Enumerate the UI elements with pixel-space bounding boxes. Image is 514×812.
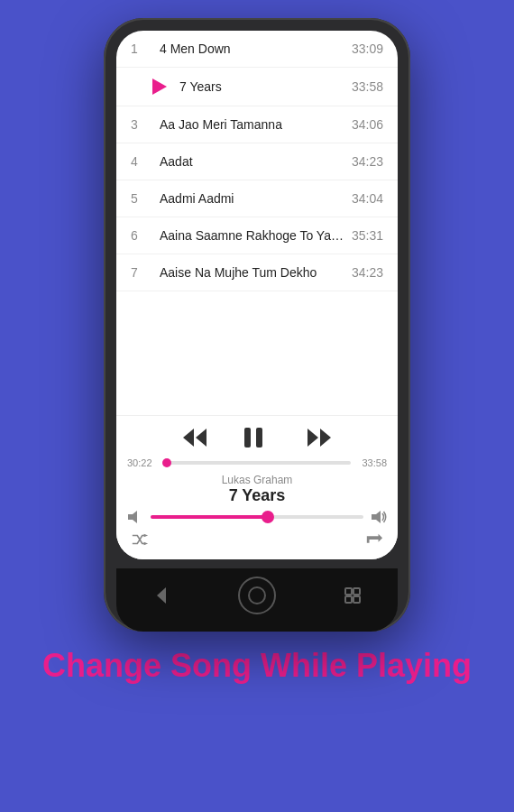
song-row[interactable]: 6Aaina Saamne Rakhoge To Yaad...35:31 bbox=[116, 217, 398, 254]
song-row[interactable]: 7Aaise Na Mujhe Tum Dekho34:23 bbox=[116, 254, 398, 291]
song-number: 3 bbox=[131, 117, 152, 132]
song-duration: 34:23 bbox=[352, 265, 383, 280]
volume-high-icon bbox=[371, 509, 387, 525]
screen-content: 14 Men Down33:097 Years33:583Aa Jao Meri… bbox=[116, 31, 398, 559]
song-title: Aaise Na Mujhe Tum Dekho bbox=[160, 265, 344, 280]
volume-fill bbox=[151, 515, 268, 519]
svg-rect-11 bbox=[345, 596, 352, 603]
pause-icon bbox=[244, 425, 270, 450]
home-nav-button[interactable] bbox=[238, 577, 276, 614]
player-controls: 30:22 33:58 Lukas Graham 7 Years bbox=[116, 415, 398, 559]
song-title: 4 Men Down bbox=[160, 42, 344, 56]
total-time: 33:58 bbox=[358, 457, 387, 468]
svg-rect-10 bbox=[353, 588, 360, 595]
now-playing-song: 7 Years bbox=[116, 486, 398, 505]
svg-marker-3 bbox=[320, 429, 331, 447]
svg-rect-9 bbox=[345, 588, 352, 595]
pause-button[interactable] bbox=[244, 425, 270, 450]
home-nav-inner bbox=[248, 586, 266, 604]
pause-bar-left bbox=[244, 428, 251, 448]
song-title: 7 Years bbox=[179, 79, 344, 94]
phone-screen: 14 Men Down33:097 Years33:583Aa Jao Meri… bbox=[116, 31, 398, 559]
pause-bar-right bbox=[256, 428, 262, 448]
song-title: Aadat bbox=[160, 154, 344, 169]
now-playing-artist: Lukas Graham bbox=[116, 474, 398, 486]
phone-frame: 14 Men Down33:097 Years33:583Aa Jao Meri… bbox=[104, 18, 410, 632]
song-number: 4 bbox=[131, 154, 152, 169]
volume-area bbox=[116, 509, 398, 525]
forward-button[interactable] bbox=[306, 427, 333, 448]
svg-marker-0 bbox=[183, 429, 194, 447]
song-number: 6 bbox=[131, 228, 152, 243]
song-title: Aaina Saamne Rakhoge To Yaad... bbox=[160, 228, 344, 243]
song-number: 1 bbox=[131, 42, 152, 56]
song-row[interactable]: 5Aadmi Aadmi34:04 bbox=[116, 180, 398, 217]
svg-marker-4 bbox=[128, 511, 137, 523]
current-time: 30:22 bbox=[127, 457, 156, 468]
svg-rect-12 bbox=[353, 596, 360, 603]
song-duration: 34:06 bbox=[352, 117, 383, 132]
svg-marker-8 bbox=[157, 587, 166, 604]
song-duration: 34:04 bbox=[352, 191, 383, 206]
bottom-label-text: Change Song While Playing bbox=[42, 646, 472, 685]
song-number: 7 bbox=[131, 265, 152, 280]
song-duration: 33:58 bbox=[352, 79, 383, 94]
svg-marker-1 bbox=[196, 429, 207, 447]
song-list: 14 Men Down33:097 Years33:583Aa Jao Meri… bbox=[116, 31, 398, 415]
extra-controls bbox=[116, 529, 398, 556]
progress-thumb bbox=[162, 458, 171, 467]
control-buttons bbox=[116, 425, 398, 450]
svg-marker-6 bbox=[144, 534, 149, 538]
bottom-label: Change Song While Playing bbox=[15, 646, 499, 685]
rewind-button[interactable] bbox=[181, 427, 208, 448]
song-info: Lukas Graham 7 Years bbox=[116, 472, 398, 509]
recent-nav-button[interactable] bbox=[340, 583, 365, 608]
volume-thumb bbox=[262, 511, 274, 523]
nav-bar bbox=[116, 568, 398, 632]
svg-marker-7 bbox=[144, 542, 149, 546]
playing-indicator bbox=[152, 78, 169, 95]
repeat-button[interactable] bbox=[365, 531, 383, 549]
song-row[interactable]: 3Aa Jao Meri Tamanna34:06 bbox=[116, 106, 398, 143]
song-duration: 34:23 bbox=[352, 154, 383, 169]
volume-track[interactable] bbox=[151, 515, 363, 519]
song-row[interactable]: 7 Years33:58 bbox=[116, 68, 398, 106]
back-nav-button[interactable] bbox=[149, 583, 174, 608]
song-duration: 35:31 bbox=[352, 228, 383, 243]
play-triangle-icon bbox=[152, 78, 167, 95]
song-title: Aadmi Aadmi bbox=[160, 191, 344, 206]
song-title: Aa Jao Meri Tamanna bbox=[160, 117, 344, 132]
song-number: 5 bbox=[131, 191, 152, 206]
volume-low-icon bbox=[127, 509, 143, 525]
song-row[interactable]: 4Aadat34:23 bbox=[116, 143, 398, 180]
song-row[interactable]: 14 Men Down33:09 bbox=[116, 31, 398, 68]
svg-marker-2 bbox=[307, 429, 318, 447]
shuffle-button[interactable] bbox=[131, 531, 149, 549]
song-duration: 33:09 bbox=[352, 42, 383, 56]
svg-marker-5 bbox=[372, 511, 381, 523]
progress-track[interactable] bbox=[163, 461, 351, 465]
progress-area: 30:22 33:58 bbox=[116, 457, 398, 468]
